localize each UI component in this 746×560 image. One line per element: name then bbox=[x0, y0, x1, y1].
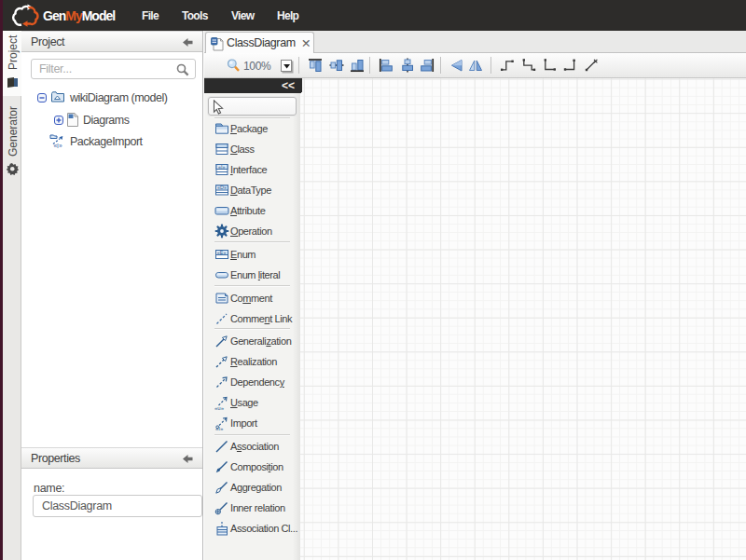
svg-text:«E»: «E» bbox=[217, 250, 227, 255]
svg-text:«I»: «I» bbox=[218, 164, 226, 170]
svg-text:«I»: «I» bbox=[54, 143, 62, 148]
svg-text:«I»: «I» bbox=[215, 426, 224, 430]
svg-text:«u»: «u» bbox=[214, 405, 225, 411]
svg-text:«D»: «D» bbox=[217, 184, 227, 190]
